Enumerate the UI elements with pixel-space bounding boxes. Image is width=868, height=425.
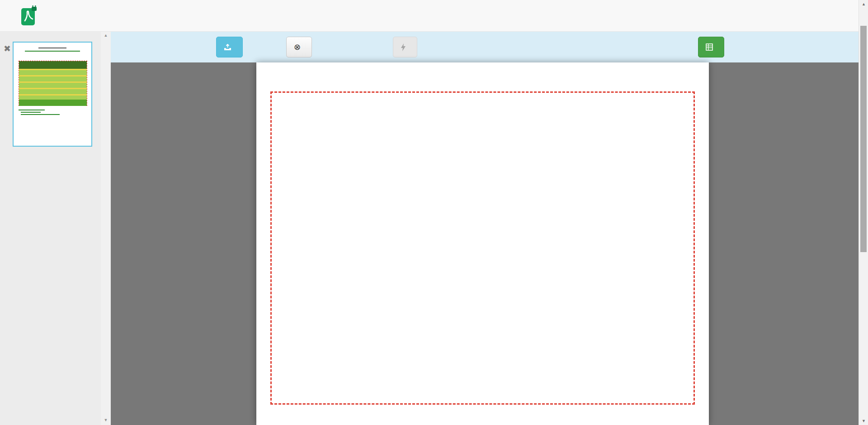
templates-button[interactable] bbox=[216, 37, 243, 57]
main-nav bbox=[89, 0, 161, 32]
toolbar: ⊗ bbox=[111, 32, 859, 62]
navbar bbox=[0, 0, 868, 32]
thumbnail-sidebar: ✖ bbox=[0, 32, 101, 425]
thumb-note-line bbox=[19, 110, 45, 110]
lightning-bolt-icon bbox=[401, 43, 406, 51]
thumb-subtitle-line bbox=[25, 51, 80, 52]
thumb-table-body bbox=[19, 69, 87, 100]
thumb-table-selection bbox=[19, 61, 87, 106]
clear-selections-icon: ⊗ bbox=[294, 43, 301, 51]
thumb-note-line bbox=[21, 112, 41, 113]
sidebar-scroll-up-icon[interactable]: ▲ bbox=[101, 33, 111, 38]
spreadsheet-icon bbox=[706, 43, 713, 51]
sidebar-scrollbar[interactable]: ▲ ▼ bbox=[101, 32, 111, 425]
pdf-viewer-area bbox=[111, 62, 859, 425]
preview-export-button[interactable] bbox=[698, 37, 724, 57]
thumb-table-footer bbox=[19, 100, 87, 106]
clear-all-selections-button[interactable]: ⊗ bbox=[286, 37, 312, 57]
brand-link[interactable] bbox=[21, 5, 42, 26]
thumb-title-line bbox=[38, 48, 66, 48]
window-scrollbar[interactable]: ▲ ▼ bbox=[859, 0, 868, 425]
scrollbar-thumb[interactable] bbox=[860, 26, 867, 252]
templates-upload-icon bbox=[224, 44, 231, 51]
scroll-down-icon[interactable]: ▼ bbox=[859, 419, 868, 423]
sidebar-scroll-down-icon[interactable]: ▼ bbox=[101, 418, 111, 422]
selection-box[interactable] bbox=[270, 91, 695, 405]
page-thumbnail[interactable] bbox=[13, 42, 92, 147]
thumb-table-header bbox=[19, 61, 87, 69]
pdf-page[interactable] bbox=[256, 62, 709, 425]
tabula-logo-icon bbox=[21, 5, 37, 26]
autodetect-tables-button[interactable] bbox=[393, 37, 417, 57]
remove-page-icon[interactable]: ✖ bbox=[4, 43, 11, 54]
thumb-note-line bbox=[21, 114, 60, 115]
scroll-up-icon[interactable]: ▲ bbox=[859, 2, 868, 6]
